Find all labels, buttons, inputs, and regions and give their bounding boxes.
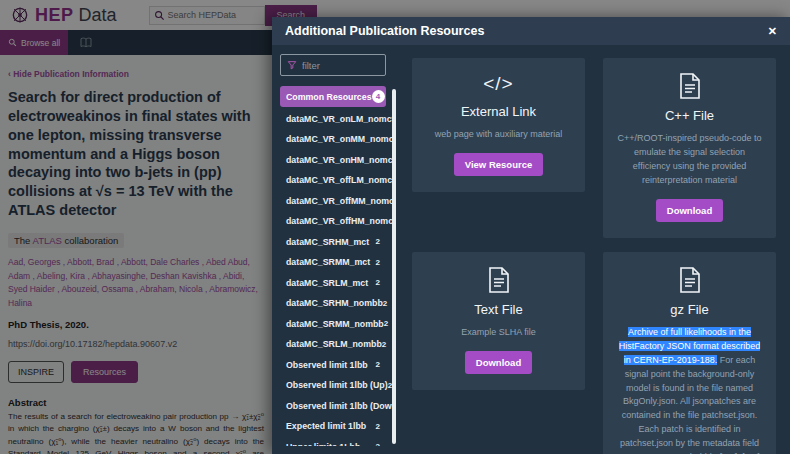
card-description: Example SLHA file <box>424 326 573 340</box>
download-button[interactable]: Download <box>465 351 532 374</box>
resource-card-external-link: </> External Link web page with auxiliar… <box>412 58 585 192</box>
resource-list-item[interactable]: dataMC_SRMM_mct 2 <box>280 253 386 271</box>
modal-header: Additional Publication Resources ✕ <box>272 17 790 45</box>
resource-item-label: Upper limits 1Lbb <box>286 442 360 447</box>
resource-card-gz-file: gz File Archive of full likelihoods in t… <box>603 252 776 454</box>
resource-item-label: dataMC_SRMM_mct <box>286 257 370 267</box>
filter-box[interactable] <box>280 54 386 76</box>
file-icon <box>615 73 764 99</box>
card-title: Text File <box>424 302 573 317</box>
resource-item-count: 2 <box>384 319 388 328</box>
resource-item-label: dataMC_SRLM_nombb <box>286 339 382 349</box>
resource-list-item[interactable]: dataMC_SRHM_mct 2 <box>280 233 386 251</box>
resource-item-label: Observed limit 1lbb <box>286 360 368 370</box>
resource-item-count: 2 <box>376 442 380 446</box>
modal-body: Common Resources 4 dataMC_VR_onLM_nomct … <box>272 45 790 454</box>
resource-list-item[interactable]: dataMC_VR_onLM_nomct 2 <box>280 110 386 128</box>
card-description: Archive of full likelihoods in the HistF… <box>615 326 764 454</box>
resource-list-item[interactable]: Common Resources 4 <box>280 86 386 107</box>
view-resource-button[interactable]: View Resource <box>454 153 543 176</box>
resource-item-label: dataMC_SRHM_mct <box>286 237 369 247</box>
resource-list-item[interactable]: dataMC_VR_offMM_nomct 2 <box>280 192 386 210</box>
resource-list-item[interactable]: dataMC_SRHM_nombb 2 <box>280 294 386 312</box>
resource-list-item[interactable]: Observed limit 1lbb (Up) 2 <box>280 376 386 394</box>
resource-item-count: 2 <box>376 237 380 246</box>
resource-item-count: 2 <box>383 299 387 308</box>
resources-modal: Additional Publication Resources ✕ Commo… <box>272 17 790 454</box>
resource-card-text-file: Text File Example SLHA file Download <box>412 252 585 390</box>
resource-list-item[interactable]: Upper limits 1Lbb 2 <box>280 438 386 447</box>
resource-item-count: 2 <box>382 340 386 349</box>
resource-list-item[interactable]: dataMC_SRLM_nombb 2 <box>280 335 386 353</box>
filter-input[interactable] <box>302 60 379 71</box>
resource-card-cpp-file: C++ File C++/ROOT-inspired pseudo-code t… <box>603 58 776 238</box>
card-title: External Link <box>424 104 573 119</box>
resource-item-label: dataMC_VR_onLM_nomct <box>286 114 394 124</box>
resource-item-count: 4 <box>372 90 385 103</box>
resource-item-label: Observed limit 1lbb (Down) <box>286 401 394 411</box>
resource-cards: </> External Link web page with auxiliar… <box>398 45 790 454</box>
close-icon[interactable]: ✕ <box>768 25 777 38</box>
card-title: C++ File <box>615 108 764 123</box>
card-description: web page with auxiliary material <box>424 128 573 142</box>
list-scrollbar[interactable] <box>392 89 396 444</box>
resource-item-label: Expected limit 1lbb <box>286 421 366 431</box>
modal-title: Additional Publication Resources <box>285 24 484 38</box>
resource-sidebar: Common Resources 4 dataMC_VR_onLM_nomct … <box>272 45 398 454</box>
resource-list: Common Resources 4 dataMC_VR_onLM_nomct … <box>280 86 394 446</box>
resource-list-item[interactable]: dataMC_VR_onHM_nomct 2 <box>280 151 386 169</box>
resource-item-label: dataMC_SRMM_nombb <box>286 319 384 329</box>
resource-list-item[interactable]: dataMC_SRMM_nombb 2 <box>280 315 386 333</box>
resource-item-label: Common Resources <box>286 92 372 102</box>
resource-list-item[interactable]: Expected limit 1lbb 2 <box>280 417 386 435</box>
resource-item-count: 2 <box>376 278 380 287</box>
resource-item-label: dataMC_SRHM_nombb <box>286 298 383 308</box>
card-title: gz File <box>615 302 764 317</box>
filter-icon <box>287 60 297 70</box>
resource-list-item[interactable]: dataMC_SRLM_mct 2 <box>280 274 386 292</box>
file-icon <box>424 267 573 293</box>
code-icon: </> <box>424 73 573 95</box>
resource-item-label: dataMC_VR_onHM_nomct <box>286 155 394 165</box>
resource-item-label: dataMC_VR_onMM_nomct <box>286 134 394 144</box>
resource-item-count: 2 <box>376 258 380 267</box>
download-button[interactable]: Download <box>656 199 723 222</box>
resource-item-label: dataMC_VR_offMM_nomct <box>286 196 394 206</box>
card-description-rest: For each signal point the background-onl… <box>616 355 763 454</box>
resource-list-item[interactable]: Observed limit 1lbb 2 <box>280 356 386 374</box>
resource-item-label: dataMC_VR_offHM_nomct <box>286 216 394 226</box>
resource-item-count: 2 <box>376 360 380 369</box>
resource-item-count: 2 <box>376 422 380 431</box>
resource-item-label: dataMC_VR_offLM_nomct <box>286 175 394 185</box>
resource-item-label: Observed limit 1lbb (Up) <box>286 380 388 390</box>
resource-list-item[interactable]: Observed limit 1lbb (Down) 2 <box>280 397 386 415</box>
resource-list-item[interactable]: dataMC_VR_onMM_nomct 2 <box>280 130 386 148</box>
file-icon <box>615 267 764 293</box>
card-description: C++/ROOT-inspired pseudo-code to emulate… <box>615 132 764 188</box>
resource-list-item[interactable]: dataMC_VR_offLM_nomct 2 <box>280 171 386 189</box>
resource-list-item[interactable]: dataMC_VR_offHM_nomct 2 <box>280 212 386 230</box>
resource-item-label: dataMC_SRLM_mct <box>286 278 368 288</box>
